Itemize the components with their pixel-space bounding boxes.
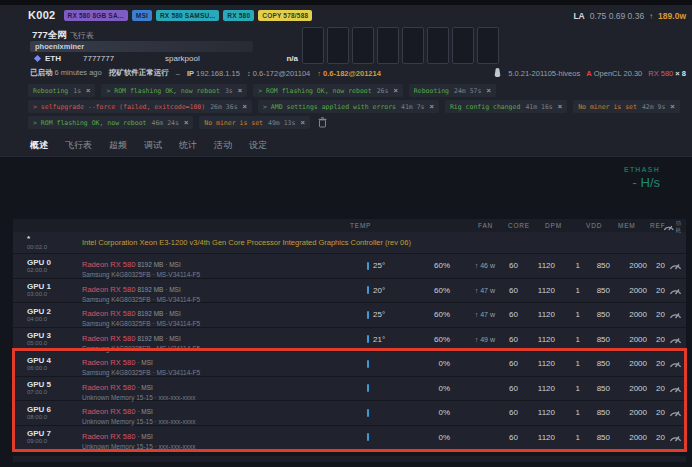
event-time: 24m 57s: [454, 87, 481, 95]
event-pill: > ROM flashing OK, now reboot46m 24s×: [28, 116, 193, 129]
event-pill: > ROM flashing OK, now reboot3s×: [101, 84, 247, 97]
dismiss-event-icon[interactable]: ×: [393, 86, 397, 95]
dismiss-event-icon[interactable]: ×: [184, 118, 188, 127]
gpu-dpm: 1: [555, 310, 580, 319]
gpu-model[interactable]: RX 580: [648, 69, 673, 78]
cpu-index: *: [27, 234, 82, 243]
tag-msi[interactable]: MSI: [132, 10, 152, 21]
la-values: 0.75 0.69 0.36: [590, 11, 644, 21]
dismiss-event-icon[interactable]: ×: [558, 102, 562, 111]
gpu-dpm: 1: [555, 359, 580, 368]
dismiss-event-icon[interactable]: ×: [243, 102, 247, 111]
tab-overclocking[interactable]: 超频: [109, 136, 127, 156]
dismiss-event-icon[interactable]: ×: [430, 102, 434, 111]
event-text: > AMD settings applied with errors: [263, 103, 396, 111]
hiveos-worker-page: K002 RX 580 8GB SA... MSI RX 580 SAMSU..…: [0, 0, 692, 467]
ip-address[interactable]: 192.168.1.15: [196, 69, 240, 78]
gpu-fan: 60: [495, 433, 518, 442]
event-pill: No miner is set49m 13s×: [199, 116, 310, 129]
gpu-fan-pct: 0%: [408, 359, 450, 368]
tab-debug[interactable]: 调试: [144, 136, 162, 156]
thermometer-icon: [367, 409, 369, 417]
gpu-slot-1[interactable]: [327, 27, 349, 64]
gpu-slot-3[interactable]: [377, 27, 399, 64]
gpu-fan: 60: [495, 335, 518, 344]
tab-activity[interactable]: 活动: [214, 136, 232, 156]
tag-copy[interactable]: COPY 578/588: [258, 10, 312, 21]
gpu-dpm: 1: [555, 261, 580, 270]
event-text: > ROM flashing OK, now reboot: [106, 87, 220, 95]
dismiss-event-icon[interactable]: ×: [670, 102, 674, 111]
gpu-name-link[interactable]: Radeon RX 580: [82, 383, 135, 392]
thermometer-icon: [367, 433, 369, 441]
gpu-label: GPU 3: [27, 331, 82, 340]
gpu-vdd: 850: [580, 286, 610, 295]
gpu-mem-clock: 2000: [610, 433, 647, 442]
gpu-power-gauge-icon[interactable]: [665, 408, 686, 417]
gpu-slot-0[interactable]: [302, 27, 324, 64]
gpu-row-2: GPU 204:00.0 Radeon RX 5808192 MB · MSIS…: [13, 303, 686, 328]
gpu-name-link[interactable]: Radeon RX 580: [82, 260, 135, 269]
tab-settings[interactable]: 设定: [249, 136, 267, 156]
gpu-mem-clock: 2000: [610, 310, 647, 319]
status-right: 5.0.21-201105-hiveos A OpenCL 20.30 RX 5…: [494, 68, 686, 79]
update-version[interactable]: 0.6-182@201214: [323, 69, 381, 78]
gpu-name-link[interactable]: Radeon RX 580: [82, 334, 135, 343]
driver-version: OpenCL 20.30: [594, 69, 643, 78]
dismiss-event-icon[interactable]: ×: [238, 86, 242, 95]
gpu-fan: 60: [495, 310, 518, 319]
event-log: Rebooting1s× > ROM flashing OK, now rebo…: [28, 84, 680, 129]
gpu-row-5: GPU 507:00.0 Radeon RX 580· MSIUnknown M…: [13, 377, 686, 402]
gpu-name-link[interactable]: Radeon RX 580: [82, 358, 135, 367]
gpu-temp: 20°: [373, 286, 385, 295]
gpu-bus-id: 04:00.0: [27, 316, 82, 323]
event-time: 41m 7s: [401, 103, 424, 111]
tag-rx580[interactable]: RX 580: [223, 10, 254, 21]
gpu-power-gauge-icon[interactable]: [665, 286, 686, 295]
gpu-mem-clock: 2000: [610, 286, 647, 295]
gpu-slot-6[interactable]: [452, 27, 474, 64]
gpu-fan-pct: 0%: [408, 408, 450, 417]
gpu-slot-2[interactable]: [352, 27, 374, 64]
flight-sheet-label: 飞行表: [70, 31, 94, 40]
event-text: No miner is set: [578, 103, 637, 111]
event-time: 42m 9s: [642, 103, 665, 111]
event-text: Rebooting: [33, 87, 68, 95]
gpu-name-link[interactable]: Radeon RX 580: [82, 407, 135, 416]
tab-flight-sheets[interactable]: 飞行表: [65, 136, 92, 156]
gpu-slot-7[interactable]: [477, 27, 499, 64]
tab-stats[interactable]: 统计: [179, 136, 197, 156]
cpu-row: * 00:02.0 Intel Corporation Xeon E3-1200…: [13, 232, 686, 254]
gpu-mem-clock: 2000: [610, 408, 647, 417]
gpu-name-link[interactable]: Radeon RX 580: [82, 309, 135, 318]
clear-events-trash-icon[interactable]: [318, 117, 327, 128]
gpu-slot-5[interactable]: [427, 27, 449, 64]
gpu-fan-pct: 60%: [408, 286, 450, 295]
dismiss-event-icon[interactable]: ×: [486, 86, 490, 95]
gpu-table-header: TEMP FAN CORE DPM VDD MEM REF 功耗: [13, 219, 686, 232]
miner-name-bar[interactable]: phoenixminer: [30, 41, 253, 52]
gpu-power-gauge-icon[interactable]: [665, 384, 686, 393]
gpu-power-gauge-icon[interactable]: [665, 310, 686, 319]
gpu-power-gauge-icon[interactable]: [665, 335, 686, 344]
worker-title-bar: K002 RX 580 8GB SA... MSI RX 580 SAMSU..…: [28, 9, 312, 21]
gpu-power-gauge-icon[interactable]: [665, 433, 686, 442]
gpu-power-gauge-icon[interactable]: [665, 261, 686, 270]
event-row: Rebooting1s× > ROM flashing OK, now rebo…: [28, 84, 680, 97]
dismiss-event-icon[interactable]: ×: [86, 86, 90, 95]
miner-status-text: 挖矿软件正常运行: [109, 68, 169, 78]
gpu-name-suffix: · MSI: [137, 408, 153, 415]
tag-rx580-samsung[interactable]: RX 580 SAMSU...: [156, 10, 219, 21]
gpu-fan-pct: 60%: [408, 261, 450, 270]
gpu-power-gauge-icon[interactable]: [665, 359, 686, 368]
gpu-slot-4[interactable]: [402, 27, 424, 64]
gpu-vdd: 850: [580, 433, 610, 442]
thermometer-icon: [367, 335, 369, 343]
gpu-name-link[interactable]: Radeon RX 580: [82, 432, 135, 441]
gpu-fan-pct: 60%: [408, 335, 450, 344]
tab-overview[interactable]: 概述: [30, 136, 48, 156]
dismiss-event-icon[interactable]: ×: [300, 118, 304, 127]
tag-rx580-8gb[interactable]: RX 580 8GB SA...: [64, 10, 128, 21]
gpu-name-link[interactable]: Radeon RX 580: [82, 285, 135, 294]
gpu-core-clock: 1120: [518, 286, 555, 295]
